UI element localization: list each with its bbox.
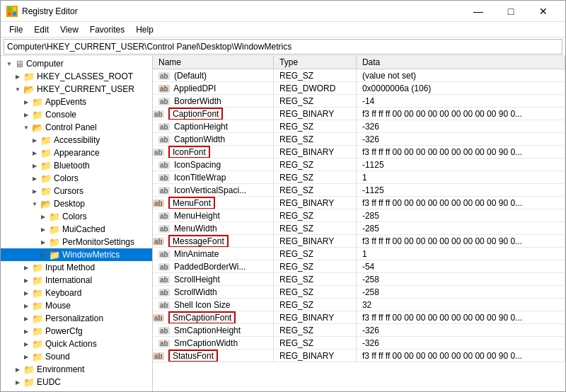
cell-type: REG_SZ (274, 286, 357, 299)
tree-item-controlpanel[interactable]: ▼ 📂 Control Panel (1, 121, 152, 134)
tree-toggle[interactable]: ▶ (12, 379, 23, 386)
tree-toggle[interactable]: ▶ (12, 367, 23, 373)
tree-item-hkcu[interactable]: ▼ 📂 HKEY_CURRENT_USER (1, 83, 152, 96)
tree-toggle[interactable]: ▼ (21, 125, 32, 131)
tree-item-eudc[interactable]: ▶ 📁 EUDC (1, 376, 152, 388)
tree-toggle[interactable]: ▶ (21, 265, 32, 271)
cell-data: 1 (356, 171, 565, 184)
table-row[interactable]: ab MenuFont REG_BINARY f3 ff ff ff 00 00… (153, 197, 565, 209)
tree-toggle[interactable]: ▶ (21, 341, 32, 347)
tree-item-hkcr[interactable]: ▶ 📁 HKEY_CLASSES_ROOT (1, 70, 152, 83)
table-row[interactable]: ab MessageFont REG_BINARY f3 ff ff ff 00… (153, 235, 565, 248)
tree-item-windowmetrics[interactable]: ▶ 📁 WindowMetrics (1, 248, 152, 261)
address-input[interactable] (4, 39, 562, 54)
table-row[interactable]: ab CaptionWidth REG_SZ -326 (153, 133, 565, 146)
tree-toggle[interactable]: ▶ (37, 239, 49, 246)
tree-toggle[interactable]: ▼ (12, 86, 23, 93)
tree-toggle[interactable]: ▶ (21, 99, 32, 105)
tree-item-desktopcolors[interactable]: ▶ 📁 Colors (1, 210, 152, 223)
tree-item-sound[interactable]: ▶ 📁 Sound (1, 350, 152, 363)
table-row[interactable]: ab BorderWidth REG_SZ -14 (153, 95, 565, 108)
menu-item-view[interactable]: View (54, 23, 84, 36)
tree-toggle[interactable]: ▶ (21, 277, 32, 284)
tree-item-inputmethod[interactable]: ▶ 📁 Input Method (1, 261, 152, 274)
tree-item-appevents[interactable]: ▶ 📁 AppEvents (1, 96, 152, 108)
registry-panel[interactable]: Name Type Data ab (Default) REG_SZ (valu… (153, 56, 565, 391)
tree-item-desktop[interactable]: ▼ 📂 Desktop (1, 197, 152, 210)
table-row[interactable]: ab MenuWidth REG_SZ -285 (153, 222, 565, 235)
tree-item-muicached[interactable]: ▶ 📁 MuiCached (1, 223, 152, 236)
col-name: Name (153, 56, 274, 69)
tree-toggle[interactable]: ▶ (37, 252, 49, 258)
table-row[interactable]: ab StatusFont REG_BINARY f3 ff ff ff 00 … (153, 350, 565, 362)
table-row[interactable]: ab MenuHeight REG_SZ -285 (153, 209, 565, 222)
tree-toggle[interactable]: ▶ (12, 74, 23, 80)
tree-toggle[interactable]: ▶ (21, 316, 32, 322)
tree-toggle[interactable]: ▶ (29, 150, 40, 156)
table-row[interactable]: ab IconSpacing REG_SZ -1125 (153, 158, 565, 171)
close-button[interactable]: ✕ (527, 1, 560, 22)
tree-item-keyboard[interactable]: ▶ 📁 Keyboard (1, 287, 152, 299)
reg-name: IconVerticalSpaci... (174, 185, 246, 195)
tree-toggle[interactable]: ▶ (21, 112, 32, 118)
tree-item-appearance[interactable]: ▶ 📁 Appearance (1, 146, 152, 159)
tree-toggle[interactable]: ▶ (21, 354, 32, 360)
tree-toggle[interactable]: ▼ (4, 61, 15, 67)
minimize-button[interactable]: — (462, 1, 495, 22)
folder-icon: 📁 (32, 314, 43, 323)
tree-toggle[interactable]: ▶ (29, 188, 40, 195)
table-row[interactable]: ab CaptionFont REG_BINARY f3 ff ff ff 00… (153, 108, 565, 120)
tree-item-colors[interactable]: ▶ 📁 Colors (1, 172, 152, 185)
table-row[interactable]: ab IconTitleWrap REG_SZ 1 (153, 171, 565, 184)
tree-item-environment[interactable]: ▶ 📁 Environment (1, 363, 152, 376)
menu-item-help[interactable]: Help (130, 23, 159, 36)
table-row[interactable]: ab (Default) REG_SZ (value not set) (153, 69, 565, 82)
tree-toggle[interactable]: ▶ (29, 175, 40, 182)
menu-item-edit[interactable]: Edit (28, 23, 54, 36)
tree-toggle[interactable]: ▼ (29, 201, 40, 207)
col-data: Data (356, 56, 565, 69)
tree-item-cursors[interactable]: ▶ 📁 Cursors (1, 185, 152, 197)
cell-type: REG_SZ (274, 133, 357, 146)
tree-item-permonitorsettings[interactable]: ▶ 📁 PerMonitorSettings (1, 236, 152, 248)
tree-toggle[interactable]: ▶ (37, 214, 49, 220)
tree-label: WindowMetrics (62, 250, 120, 260)
table-row[interactable]: ab IconFont REG_BINARY f3 ff ff ff 00 00… (153, 146, 565, 158)
tree-item-accessibility[interactable]: ▶ 📁 Accessibility (1, 134, 152, 146)
tree-item-console[interactable]: ▶ 📁 Console (1, 108, 152, 121)
menu-item-file[interactable]: File (4, 23, 28, 36)
table-row[interactable]: ab SmCaptionFont REG_BINARY f3 ff ff ff … (153, 311, 565, 324)
ab-icon: ab (158, 225, 170, 233)
table-row[interactable]: ab AppliedDPI REG_DWORD 0x0000006a (106) (153, 82, 565, 95)
cell-type: REG_SZ (274, 171, 357, 184)
table-row[interactable]: ab MinAnimate REG_SZ 1 (153, 248, 565, 260)
table-row[interactable]: ab IconVerticalSpaci... REG_SZ -1125 (153, 184, 565, 197)
table-row[interactable]: ab ScrollWidth REG_SZ -258 (153, 286, 565, 299)
tree-toggle[interactable]: ▶ (37, 226, 49, 233)
tree-item-mouse[interactable]: ▶ 📁 Mouse (1, 299, 152, 312)
table-row[interactable]: ab PaddedBorderWi... REG_SZ -54 (153, 260, 565, 273)
reg-name: IconSpacing (174, 160, 221, 170)
tree-toggle[interactable]: ▶ (21, 290, 32, 296)
table-row[interactable]: ab Shell Icon Size REG_SZ 32 (153, 299, 565, 311)
table-row[interactable]: ab ScrollHeight REG_SZ -258 (153, 273, 565, 286)
tree-item-powercfg[interactable]: ▶ 📁 PowerCfg (1, 325, 152, 338)
tree-panel[interactable]: ▼ 🖥 Computer ▶ 📁 HKEY_CLASSES_ROOT ▼ 📂 H… (1, 56, 153, 391)
tree-toggle[interactable]: ▶ (29, 163, 40, 169)
tree-item-personalization[interactable]: ▶ 📁 Personalization (1, 312, 152, 325)
cell-name: ab SmCaptionFont (153, 311, 274, 324)
tree-toggle[interactable]: ▶ (21, 303, 32, 309)
tree-item-international[interactable]: ▶ 📁 International (1, 274, 152, 287)
tree-item-quickactions[interactable]: ▶ 📁 Quick Actions (1, 338, 152, 350)
table-row[interactable]: ab SmCaptionHeight REG_SZ -326 (153, 324, 565, 337)
tree-item-bluetooth[interactable]: ▶ 📁 Bluetooth (1, 159, 152, 172)
maximize-button[interactable]: □ (495, 1, 527, 22)
ab-icon: ab (158, 187, 170, 195)
tree-toggle[interactable]: ▶ (21, 328, 32, 335)
tree-item-computer[interactable]: ▼ 🖥 Computer (1, 57, 152, 70)
table-row[interactable]: ab CaptionHeight REG_SZ -326 (153, 120, 565, 133)
cell-name: ab PaddedBorderWi... (153, 260, 274, 273)
table-row[interactable]: ab SmCaptionWidth REG_SZ -326 (153, 337, 565, 350)
menu-item-favorites[interactable]: Favorites (84, 23, 130, 36)
tree-toggle[interactable]: ▶ (29, 137, 40, 144)
